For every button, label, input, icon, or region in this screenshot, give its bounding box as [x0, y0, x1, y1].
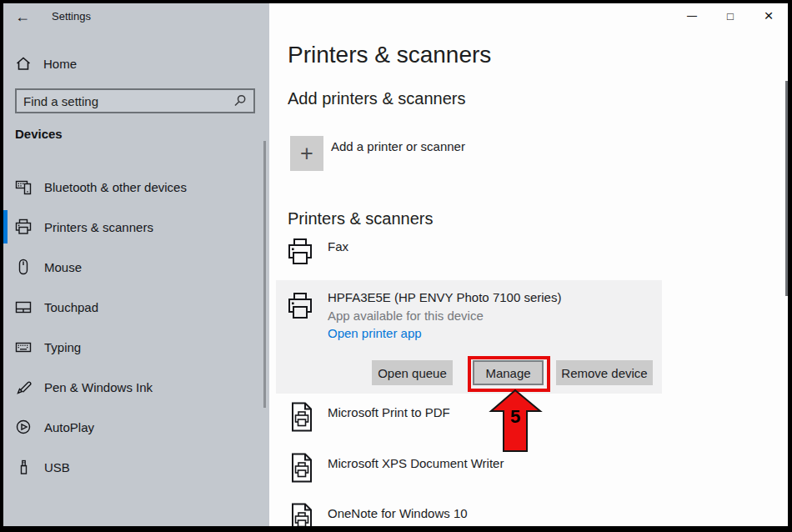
sidebar-item-touchpad[interactable]: Touchpad — [3, 287, 269, 327]
pen-icon — [15, 379, 32, 395]
sidebar-item-label: Pen & Windows Ink — [44, 380, 153, 394]
device-name: OneNote for Windows 10 — [328, 506, 468, 520]
keyboard-icon — [15, 339, 32, 355]
sidebar-item-label: Printers & scanners — [44, 220, 153, 234]
device-status: App available for this device — [328, 309, 484, 323]
sidebar-item-label: USB — [44, 460, 70, 474]
bluetooth-devices-icon — [15, 178, 32, 195]
annotation-highlight-box — [468, 356, 550, 392]
sidebar-item-home[interactable]: Home — [15, 52, 257, 75]
minimize-button[interactable]: — — [673, 3, 711, 28]
main-content: — □ × Printers & scanners Add printers &… — [269, 3, 788, 526]
device-name: HPFA3E5E (HP ENVY Photo 7100 series) — [328, 290, 561, 304]
page-title: Printers & scanners — [288, 42, 491, 68]
sidebar-nav: Bluetooth & other devices Printers & sca… — [3, 167, 269, 487]
sidebar-item-pen[interactable]: Pen & Windows Ink — [3, 367, 269, 407]
xps-writer-icon — [290, 453, 313, 483]
window-controls: — □ × — [673, 3, 788, 28]
onenote-printer-icon — [290, 503, 313, 526]
home-icon — [15, 55, 32, 72]
add-printer-label[interactable]: Add a printer or scanner — [331, 139, 465, 153]
touchpad-icon — [15, 299, 32, 315]
back-arrow-icon[interactable]: ← — [15, 8, 30, 25]
device-name[interactable]: Fax — [328, 239, 348, 253]
selected-accent-bar — [3, 210, 8, 243]
app-title: Settings — [52, 10, 91, 23]
sidebar-item-label: Typing — [44, 340, 81, 354]
sidebar-item-label: Touchpad — [44, 300, 98, 314]
printer-icon — [15, 218, 32, 235]
device-name: Microsoft XPS Document Writer — [328, 456, 504, 470]
printer-icon — [288, 238, 313, 271]
open-queue-button[interactable]: Open queue — [372, 360, 453, 385]
sidebar-item-label: AutoPlay — [44, 420, 94, 434]
device-name: Microsoft Print to PDF — [328, 405, 450, 419]
devices-section-heading: Printers & scanners — [288, 209, 434, 228]
print-to-pdf-icon — [290, 402, 313, 432]
sidebar-item-label: Home — [43, 57, 77, 71]
plus-icon: + — [300, 141, 313, 167]
annotation-arrow-up-icon: 5 — [488, 389, 544, 454]
usb-icon — [15, 459, 32, 475]
sidebar-item-label: Mouse — [44, 260, 82, 274]
sidebar-item-bluetooth[interactable]: Bluetooth & other devices — [3, 167, 269, 207]
remove-device-button[interactable]: Remove device — [556, 360, 653, 385]
sidebar-item-printers[interactable]: Printers & scanners — [3, 207, 269, 247]
search-input[interactable] — [17, 94, 233, 108]
sidebar-item-label: Bluetooth & other devices — [44, 180, 187, 194]
sidebar-item-usb[interactable]: USB — [3, 447, 269, 487]
add-section-heading: Add printers & scanners — [288, 89, 465, 108]
sidebar-scrollbar[interactable] — [263, 141, 266, 408]
settings-window: ← Settings Home Devices — [0, 0, 792, 532]
search-icon[interactable] — [233, 94, 247, 108]
autoplay-icon — [15, 419, 32, 435]
sidebar-item-autoplay[interactable]: AutoPlay — [3, 407, 269, 447]
sidebar-item-mouse[interactable]: Mouse — [3, 247, 269, 287]
maximize-button[interactable]: □ — [711, 3, 749, 28]
sidebar-item-typing[interactable]: Typing — [3, 327, 269, 367]
sidebar: ← Settings Home Devices — [3, 3, 269, 526]
add-printer-button[interactable]: + — [290, 136, 323, 171]
window-body: ← Settings Home Devices — [3, 3, 788, 526]
close-button[interactable]: × — [749, 3, 788, 28]
mouse-icon — [15, 258, 32, 275]
open-printer-app-link[interactable]: Open printer app — [328, 326, 422, 340]
content-scrollbar[interactable] — [785, 81, 788, 296]
annotation-step-number: 5 — [510, 406, 520, 427]
sidebar-section-title: Devices — [15, 127, 63, 141]
search-box — [15, 88, 255, 113]
printer-icon — [288, 292, 313, 325]
